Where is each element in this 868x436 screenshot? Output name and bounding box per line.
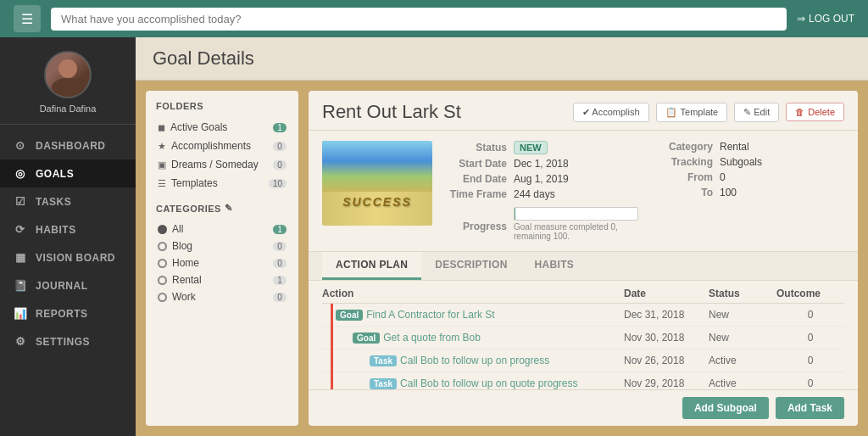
add-subgoal-button[interactable]: Add Subgoal <box>682 397 769 419</box>
date-cell: Dec 31, 2018 <box>624 309 709 321</box>
main-layout: Dafina Dafina ⊙ DASHBOARD ◎ GOALS ☑ TASK… <box>0 37 868 436</box>
sidebar-nav: ⊙ DASHBOARD ◎ GOALS ☑ TASKS ⟳ HABITS ▦ V… <box>0 125 136 436</box>
progress-bar-fill <box>515 208 515 220</box>
category-blog[interactable]: Blog 0 <box>156 238 288 254</box>
template-icon: 📋 <box>665 107 677 118</box>
hamburger-button[interactable]: ☰ <box>14 5 41 32</box>
folder-active-goals[interactable]: ◼ Active Goals 1 <box>156 118 288 137</box>
categories-edit-icon[interactable]: ✎ <box>225 203 233 214</box>
sidebar: Dafina Dafina ⊙ DASHBOARD ◎ GOALS ☑ TASK… <box>0 37 136 436</box>
folder-badge: 10 <box>269 179 287 188</box>
sidebar-item-label: SETTINGS <box>36 336 90 348</box>
folder-badge: 0 <box>273 160 287 170</box>
category-badge: 0 <box>273 242 287 251</box>
folder-templates[interactable]: ☰ Templates 10 <box>156 174 288 193</box>
delete-button[interactable]: 🗑 Delete <box>786 103 844 121</box>
logout-button[interactable]: ⇒ LOG OUT <box>797 13 854 25</box>
top-nav: ☰ ⇒ LOG OUT <box>0 0 868 37</box>
sidebar-item-label: REPORTS <box>36 308 88 320</box>
sidebar-item-label: TASKS <box>36 196 71 208</box>
progress-hint: Goal measure completed 0, remaining 100. <box>514 222 638 241</box>
avatar-section: Dafina Dafina <box>0 37 136 125</box>
content-area: Goal Details FOLDERS ◼ Active Goals 1 ★ … <box>136 37 868 436</box>
category-label: All <box>172 223 183 235</box>
category-label: Home <box>172 257 199 269</box>
folder-label: Accomplishments <box>171 140 251 152</box>
action-footer: Add Subgoal Add Task <box>309 389 858 426</box>
sidebar-item-reports[interactable]: 📊 REPORTS <box>0 299 136 327</box>
avatar-image <box>46 53 90 97</box>
goal-image: SUCCESS <box>322 141 432 226</box>
col-status: Status <box>709 288 776 299</box>
action-link[interactable]: Call Bob to follow up on progress <box>400 355 549 366</box>
folder-label: Templates <box>171 177 218 189</box>
sidebar-item-tasks[interactable]: ☑ TASKS <box>0 187 136 215</box>
right-panel: Rent Out Lark St ✔ Accomplish 📋 Template… <box>309 91 858 426</box>
start-date-value: Dec 1, 2018 <box>514 158 569 170</box>
radio-home <box>158 259 167 268</box>
category-label: Work <box>172 291 196 303</box>
tab-description[interactable]: DESCRIPTION <box>421 252 520 280</box>
type-badge: Goal <box>336 310 363 321</box>
add-task-button[interactable]: Add Task <box>776 397 844 419</box>
dreams-icon: ▣ <box>158 159 166 170</box>
category-rental[interactable]: Rental 1 <box>156 271 288 288</box>
start-date-label: Start Date <box>446 158 507 170</box>
category-label: Blog <box>172 240 192 252</box>
page-header: Goal Details <box>136 37 868 81</box>
accomplish-button[interactable]: ✔ Accomplish <box>573 103 649 122</box>
search-input[interactable] <box>51 8 787 31</box>
folder-dreams[interactable]: ▣ Dreams / Someday 0 <box>156 155 288 174</box>
from-value: 0 <box>720 171 726 183</box>
table-header: Action Date Status Outcome <box>322 281 844 304</box>
goal-tabs: ACTION PLAN DESCRIPTION HABITS <box>309 252 858 281</box>
reports-icon: 📊 <box>14 307 27 320</box>
outcome-cell: 0 <box>776 309 844 321</box>
red-bar <box>331 304 333 389</box>
template-label: Template <box>681 107 719 117</box>
tab-action-plan[interactable]: ACTION PLAN <box>322 252 421 280</box>
sidebar-item-journal[interactable]: 📓 JOURNAL <box>0 271 136 299</box>
action-link[interactable]: Find A Contractor for Lark St <box>366 309 494 321</box>
category-label: Rental <box>172 274 202 286</box>
radio-work <box>158 293 167 302</box>
folder-badge: 0 <box>273 142 287 151</box>
sidebar-item-vision-board[interactable]: ▦ VISION BOARD <box>0 243 136 271</box>
category-badge: 0 <box>273 293 287 302</box>
type-badge: Task <box>370 355 397 366</box>
folders-title: FOLDERS <box>156 101 288 111</box>
accomplishments-icon: ★ <box>158 141 166 152</box>
category-all[interactable]: All 1 <box>156 221 288 238</box>
sidebar-item-habits[interactable]: ⟳ HABITS <box>0 215 136 243</box>
tracking-value: Subgoals <box>720 156 762 168</box>
edit-button[interactable]: ✎ Edit <box>734 103 779 122</box>
template-button[interactable]: 📋 Template <box>656 103 728 122</box>
vision-board-icon: ▦ <box>14 251 27 264</box>
page-title: Goal Details <box>153 48 851 70</box>
action-link[interactable]: Get a quote from Bob <box>383 332 481 344</box>
folder-label: Dreams / Someday <box>171 159 259 170</box>
progress-bar <box>514 207 638 221</box>
sidebar-item-goals[interactable]: ◎ GOALS <box>0 159 136 187</box>
folder-accomplishments[interactable]: ★ Accomplishments 0 <box>156 137 288 155</box>
journal-icon: 📓 <box>14 279 27 292</box>
progress-label: Progress <box>446 221 507 232</box>
radio-rental <box>158 276 167 285</box>
categories-label: CATEGORIES <box>156 204 221 214</box>
tab-habits[interactable]: HABITS <box>521 252 587 280</box>
category-value: Rental <box>720 141 749 153</box>
sidebar-item-settings[interactable]: ⚙ SETTINGS <box>0 327 136 355</box>
table-row: Goal Get a quote from Bob Nov 30, 2018 N… <box>322 327 844 349</box>
sidebar-item-label: VISION BOARD <box>36 252 115 264</box>
outcome-cell: 0 <box>776 355 844 366</box>
timeframe-value: 244 days <box>514 188 555 200</box>
category-home[interactable]: Home 0 <box>156 254 288 271</box>
action-link[interactable]: Call Bob to follow up on quote progress <box>400 377 577 389</box>
status-cell: New <box>709 332 776 344</box>
sidebar-item-dashboard[interactable]: ⊙ DASHBOARD <box>0 131 136 159</box>
date-cell: Nov 29, 2018 <box>624 377 709 389</box>
folder-label: Active Goals <box>170 121 227 133</box>
delete-label: Delete <box>808 107 835 117</box>
category-work[interactable]: Work 0 <box>156 288 288 305</box>
category-badge: 1 <box>273 276 287 285</box>
